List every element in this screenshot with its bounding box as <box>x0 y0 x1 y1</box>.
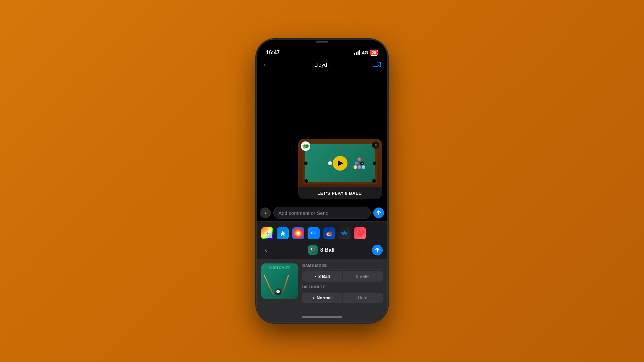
customize-card-bg: CUSTOMIZE 8 <box>261 263 298 299</box>
cue-ball <box>328 161 332 165</box>
difficulty-hard[interactable]: Hard <box>342 293 383 303</box>
waveform-svg <box>341 231 348 236</box>
send-icon <box>376 210 381 215</box>
difficulty-normal-label: Normal <box>317 295 332 300</box>
pocket-mr <box>373 162 376 165</box>
game-mode-section: GAME MODE 8 Ball 8 Ball+ <box>302 263 383 282</box>
back-button[interactable]: ‹ <box>263 61 266 69</box>
network-label: 4G <box>362 50 368 55</box>
input-placeholder: Add comment or Send <box>278 210 328 216</box>
game-mode-8ball-label: 8 Ball <box>318 274 330 279</box>
expand-button[interactable]: › <box>260 207 271 218</box>
message-input[interactable]: Add comment or Send <box>273 207 371 219</box>
appstore-icon[interactable] <box>277 227 289 239</box>
photos-app-icon[interactable] <box>261 227 273 239</box>
game-mode-label: GAME MODE <box>302 263 383 267</box>
game-icon-small: 🎱 <box>308 245 318 255</box>
game-mode-8ball-plus-label: 8 Ball+ <box>356 274 369 279</box>
game-invite-bubble[interactable]: × 🐲 <box>298 139 382 199</box>
game-mode-8ball[interactable]: 8 Ball <box>302 271 342 282</box>
panel-send-icon <box>375 248 380 252</box>
sonic-icon[interactable]: 🦔 <box>323 227 335 239</box>
status-time: 16:47 <box>266 50 280 56</box>
chevron-icon: › <box>328 63 330 67</box>
wheel-icon[interactable] <box>292 227 304 239</box>
photos-icon <box>262 228 272 238</box>
game-title-area: LET'S PLAY 8 BALL! <box>298 187 382 199</box>
game-bubble-container: × 🐲 <box>257 139 387 199</box>
contact-name: Lloyd <box>314 62 327 68</box>
pocket-br <box>372 179 376 183</box>
svg-rect-0 <box>373 62 378 67</box>
input-area: › Add comment or Send <box>257 204 387 221</box>
audio-label <box>338 227 351 239</box>
difficulty-normal[interactable]: Normal <box>302 293 342 303</box>
app-icons-bar: GIF 🦔 ❤️ <box>257 221 387 241</box>
customize-label: CUSTOMIZE <box>261 266 298 270</box>
gif-icon[interactable]: GIF <box>308 227 320 239</box>
difficulty-options: Normal Hard <box>302 293 383 303</box>
signal-icon <box>354 50 360 55</box>
phone-screen: 16:47 4G 20 ‹ Lloyd › <box>257 40 387 322</box>
panel-back-button[interactable]: ‹ <box>261 245 271 255</box>
game-mode-options: 8 Ball 8 Ball+ <box>302 271 383 282</box>
pocket-bl <box>305 179 308 183</box>
play-button[interactable] <box>333 156 347 171</box>
game-avatar: 🐲 <box>301 141 310 151</box>
heart-app-icon[interactable]: ❤️ <box>354 227 366 239</box>
dynamic-island <box>302 44 342 55</box>
difficulty-hard-label: Hard <box>358 295 367 300</box>
difficulty-label: DIFFICULTY <box>302 285 383 289</box>
phone-frame: 16:47 4G 20 ‹ Lloyd › <box>257 40 387 322</box>
heart-label: ❤️ <box>354 227 366 239</box>
expand-icon: › <box>265 210 266 216</box>
game-title-text: LET'S PLAY 8 BALL! <box>298 191 382 196</box>
video-call-button[interactable] <box>373 61 381 69</box>
nav-bar: ‹ Lloyd › <box>257 58 387 72</box>
balls-rack: 8 <box>354 158 366 169</box>
panel-back-icon: ‹ <box>265 246 267 254</box>
audio-waves-icon[interactable] <box>338 227 351 239</box>
appstore-label <box>277 227 289 239</box>
gif-label: GIF <box>308 227 320 239</box>
battery-indicator: 20 <box>370 50 378 56</box>
panel-send-button[interactable] <box>372 245 383 255</box>
close-button[interactable]: × <box>372 141 379 149</box>
game-mode-8ball-plus[interactable]: 8 Ball+ <box>342 271 383 282</box>
game-mode-divider <box>302 269 383 270</box>
eight-ball: 8 <box>275 288 281 295</box>
customize-card[interactable]: CUSTOMIZE 8 <box>261 263 298 299</box>
sonic-label: 🦔 <box>323 227 335 239</box>
pool-sticks-visual: 8 <box>265 271 295 296</box>
game-options: CUSTOMIZE 8 GAME MODE <box>257 259 387 311</box>
settings-panel: GAME MODE 8 Ball 8 Ball+ DIFFICULTY <box>302 263 383 306</box>
pocket-ml <box>304 162 308 165</box>
panel-title: 🎱 8 Ball <box>308 245 335 255</box>
message-area: × 🐲 <box>257 72 387 204</box>
stick-1 <box>263 274 274 295</box>
appstore-svg <box>279 230 286 237</box>
panel-game-name: 8 Ball <box>320 247 335 253</box>
send-button[interactable] <box>373 207 384 218</box>
stick-2 <box>282 275 289 293</box>
video-icon <box>373 61 381 67</box>
home-indicator <box>257 311 387 322</box>
pool-table-surface: 8 <box>303 142 377 184</box>
home-indicator-bar <box>302 316 342 318</box>
difficulty-section: DIFFICULTY Normal Hard <box>302 285 383 303</box>
eight-ball-white-dot: 8 <box>276 290 280 293</box>
status-right: 4G 20 <box>354 50 378 56</box>
pool-table-container: 8 <box>298 139 382 187</box>
game-panel-header: ‹ 🎱 8 Ball <box>257 241 387 259</box>
nav-title[interactable]: Lloyd › <box>314 62 330 68</box>
difficulty-divider <box>302 291 383 291</box>
